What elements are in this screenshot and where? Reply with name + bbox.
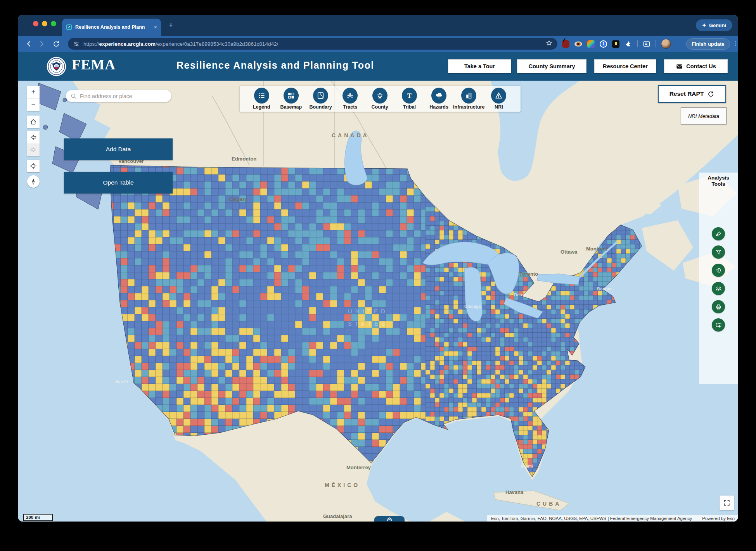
site-settings-icon[interactable] bbox=[73, 40, 80, 48]
maximize-window-button[interactable] bbox=[51, 21, 56, 26]
analysis-tool-select-map[interactable] bbox=[712, 318, 725, 332]
forward-button[interactable] bbox=[37, 39, 47, 49]
svg-text:T: T bbox=[407, 92, 412, 99]
toolbar-item-label: Tribal bbox=[403, 104, 416, 110]
browser-tab[interactable]: Resilience Analysis and Plann × bbox=[62, 19, 161, 36]
toolbar-item-infrastructure[interactable]: Infrastructure bbox=[454, 88, 484, 110]
tab-close-icon[interactable]: × bbox=[154, 24, 157, 30]
minimize-window-button[interactable] bbox=[42, 21, 47, 26]
toolbar-item-legend[interactable]: Legend bbox=[247, 88, 276, 110]
locate-icon bbox=[29, 162, 37, 170]
compass-button[interactable] bbox=[27, 175, 40, 188]
toolbar-item-basemap[interactable]: Basemap bbox=[276, 88, 306, 110]
toolbar-circle[interactable] bbox=[254, 88, 269, 104]
county-summary-button[interactable]: County Summary bbox=[517, 59, 586, 73]
compass-needle-icon bbox=[29, 178, 37, 185]
basemap-icon bbox=[287, 92, 295, 100]
profile-avatar[interactable] bbox=[661, 39, 671, 49]
zoom-out-button[interactable]: − bbox=[27, 98, 40, 111]
map-area[interactable]: CANADAEdmontonCalgaryVancouverOttawaMont… bbox=[18, 81, 738, 522]
svg-text:San Fr: San Fr bbox=[115, 379, 129, 384]
toolbar-item-label: Hazards bbox=[429, 104, 448, 110]
toolbar-item-boundary[interactable]: Boundary bbox=[306, 88, 336, 110]
svg-text:Miami: Miami bbox=[521, 464, 533, 468]
locate-me-button[interactable] bbox=[27, 160, 40, 172]
add-data-button[interactable]: Add Data bbox=[64, 138, 173, 160]
contact-us-button[interactable]: Contact Us bbox=[664, 59, 728, 73]
svg-text:STATES: STATES bbox=[348, 320, 388, 327]
extension-eye-icon[interactable] bbox=[574, 41, 582, 47]
toolbar-item-hazards[interactable]: Hazards bbox=[424, 88, 454, 110]
toolbar-circle[interactable] bbox=[284, 88, 299, 104]
nri-metadata-button[interactable]: NRI Metadata bbox=[681, 107, 727, 124]
brush-icon bbox=[715, 230, 722, 238]
take-a-tour-button[interactable]: Take a Tour bbox=[448, 59, 511, 73]
analysis-tool-incident[interactable] bbox=[712, 264, 725, 277]
extensions-puzzle-icon[interactable] bbox=[625, 40, 632, 48]
toolbar-circle[interactable]: T bbox=[402, 88, 417, 104]
analysis-tool-filter[interactable] bbox=[712, 245, 725, 259]
close-window-button[interactable] bbox=[33, 21, 38, 26]
map-previous-extent-button[interactable] bbox=[27, 131, 40, 143]
toolbar-circle[interactable] bbox=[491, 88, 506, 104]
bookmark-star-icon[interactable] bbox=[545, 40, 553, 48]
nri-icon bbox=[495, 92, 503, 100]
window-controls[interactable] bbox=[33, 21, 56, 26]
svg-text:MÉXICO: MÉXICO bbox=[325, 482, 360, 488]
back-button[interactable] bbox=[24, 39, 34, 49]
new-tab-button[interactable]: + bbox=[169, 21, 173, 29]
toolbar-item-nri[interactable]: NRI bbox=[484, 88, 514, 110]
finish-update-button[interactable]: Finish update bbox=[686, 38, 730, 50]
analysis-tools-title: Analysis Tools bbox=[708, 175, 729, 187]
toolbar-circle[interactable] bbox=[343, 88, 358, 104]
open-table-button[interactable]: Open Table bbox=[64, 172, 173, 193]
home-button[interactable] bbox=[27, 116, 40, 128]
toolbar-item-tribal[interactable]: TTribal bbox=[394, 88, 424, 110]
map-scale-bar: 200 mi bbox=[23, 514, 53, 521]
gemini-button[interactable]: ✦ Gemini bbox=[696, 19, 732, 31]
legend-icon bbox=[258, 92, 266, 100]
svg-text:Guadalajara: Guadalajara bbox=[323, 513, 352, 519]
analysis-tool-print[interactable] bbox=[712, 300, 725, 313]
side-panel-search-icon[interactable] bbox=[643, 40, 650, 48]
url-bar[interactable]: https://experience.arcgis.com/experience… bbox=[68, 38, 557, 50]
resource-center-button[interactable]: Resource Center bbox=[594, 59, 656, 73]
gemini-label: Gemini bbox=[709, 22, 726, 28]
zoom-in-button[interactable]: + bbox=[27, 86, 40, 98]
powered-by-esri: Powered by Esri bbox=[702, 516, 735, 521]
toolbar-item-county[interactable]: County bbox=[365, 88, 394, 110]
map-layer-toolbar: LegendBasemapBoundaryTractsCountyTTribal… bbox=[240, 86, 521, 112]
toolbar-circle[interactable] bbox=[313, 88, 328, 104]
svg-text:Calgary: Calgary bbox=[229, 196, 247, 202]
expand-panel-tab[interactable] bbox=[374, 516, 405, 522]
toolbar-item-label: Tracts bbox=[343, 104, 357, 110]
home-icon bbox=[29, 118, 37, 126]
toolbar-circle[interactable] bbox=[431, 88, 446, 104]
boundary-icon bbox=[317, 92, 325, 100]
fullscreen-icon bbox=[723, 499, 731, 507]
map-next-extent-button[interactable] bbox=[27, 143, 40, 156]
browser-menu-kebab-icon[interactable]: ⋮ bbox=[733, 40, 738, 47]
toolbar-item-tracts[interactable]: Tracts bbox=[336, 88, 365, 110]
svg-text:Boston: Boston bbox=[597, 287, 612, 291]
extension-devtool-icon[interactable] bbox=[562, 40, 569, 48]
svg-text:CANADA: CANADA bbox=[332, 132, 369, 138]
search-input[interactable]: Find address or place bbox=[66, 90, 171, 102]
fullscreen-button[interactable] bbox=[720, 496, 734, 510]
reload-button[interactable] bbox=[51, 39, 61, 49]
toolbar-circle[interactable] bbox=[461, 88, 476, 104]
reset-rapt-button[interactable]: Reset RAPT bbox=[658, 85, 726, 103]
analysis-tool-community[interactable] bbox=[712, 282, 725, 295]
search-icon bbox=[70, 93, 77, 100]
experience-builder-favicon bbox=[66, 24, 72, 30]
svg-text:Havana: Havana bbox=[505, 489, 524, 495]
attribution-sources: Esri, TomTom, Garmin, FAO, NOAA, USGS, E… bbox=[491, 516, 692, 521]
extension-1password-icon[interactable]: 1 bbox=[600, 40, 607, 48]
search-placeholder: Find address or place bbox=[80, 93, 132, 99]
extension-rainbow-icon[interactable] bbox=[587, 40, 595, 48]
toolbar-circle[interactable] bbox=[372, 88, 388, 104]
zoom-controls: + − bbox=[27, 86, 40, 111]
analysis-tool-brush[interactable] bbox=[712, 227, 725, 240]
print-icon bbox=[715, 303, 722, 311]
extension-bookmark-icon[interactable] bbox=[612, 40, 619, 48]
